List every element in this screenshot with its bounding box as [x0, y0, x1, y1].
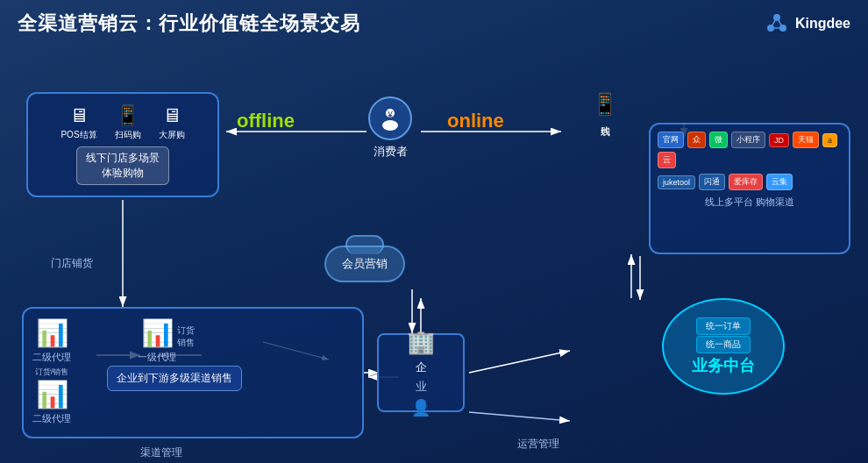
guanwang-badge: 官网 — [658, 132, 684, 148]
offline-store-label: 线下门店多场景体验购物 — [76, 146, 169, 185]
svg-line-21 — [469, 412, 570, 421]
agent-1st-label: 一级代理 — [138, 351, 176, 364]
person-icon: ¥ — [378, 106, 402, 131]
diagram: 🖥 POS结算 📱 扫码购 🖥 大屏购 线下门店多场景体验购物 门店铺货 off… — [0, 44, 868, 463]
extra-badge: 云 — [658, 152, 676, 168]
agent-2nd-label-left: 二级代理 — [32, 351, 71, 364]
shop-stock-label: 门店铺货 — [51, 256, 93, 271]
offline-label: offline — [237, 110, 295, 132]
online-label: online — [447, 110, 504, 132]
header: 全渠道营销云：行业价值链全场景交易 Kingdee — [0, 0, 868, 44]
offline-icons-row: 🖥 POS结算 📱 扫码购 🖥 大屏购 — [60, 104, 184, 141]
jd-badge: JD — [769, 133, 789, 147]
wechat-text-badge: 小程序 — [731, 132, 765, 148]
scan-label: 扫码购 — [115, 129, 141, 141]
online-box: 官网 众 微 小程序 JD 天猫 a 云 juketool 闪通 爱库存 云集 … — [649, 123, 850, 254]
cloud-member-node: 会员营销 — [324, 246, 405, 282]
order-sales-sub: 订货/销售 — [35, 367, 69, 378]
consumer-node: ¥ 消费者 — [368, 96, 412, 160]
agent-icon-center: 📊 — [141, 317, 174, 348]
ops-mgmt-label: 运营管理 — [517, 437, 559, 452]
agent-2nd-label-right: 二级代理 — [32, 412, 71, 425]
logo: Kingdee — [764, 11, 850, 37]
tmall-badge: 天猫 — [793, 132, 819, 148]
svg-point-26 — [382, 120, 398, 131]
agent-1st: 📊 一级代理 — [138, 317, 176, 364]
tooltip-enterprise: 企业到下游多级渠道销售 — [107, 366, 242, 391]
agent-2nd-left: 📊 二级代理 订货/销售 — [32, 317, 71, 378]
pos-label: POS结算 — [60, 129, 96, 141]
juketool-badge: juketool — [658, 175, 695, 189]
cloud-member-shape: 会员营销 — [324, 246, 405, 282]
business-platform-box: 统一订单 统一商品 业务中台 — [662, 298, 785, 395]
enterprise-label: 企 — [416, 360, 427, 375]
bigscreen-label: 大屏购 — [159, 129, 185, 141]
channel-box: 📊 二级代理 订货/销售 📊 一级代理 📊 二级代理 企业到下游多级渠道销售 订… — [22, 307, 364, 438]
bigscreen-icon-item: 🖥 大屏购 — [159, 104, 185, 141]
agent-icon-left: 📊 — [36, 317, 68, 348]
consumer-icon: ¥ — [368, 96, 412, 140]
logo-icon — [764, 11, 790, 37]
svg-text:¥: ¥ — [387, 110, 393, 120]
enterprise-box: 🏢 企 业 👤 — [377, 333, 465, 412]
unified-product-badge: 统一商品 — [696, 336, 751, 353]
business-title: 业务中台 — [692, 355, 755, 376]
wechat-badge: 微 — [709, 132, 728, 148]
mobile-xiangou: 📱 线购 — [592, 92, 618, 118]
platform-row-1: 官网 众 微 小程序 JD 天猫 a 云 — [658, 132, 842, 168]
pos-icon-item: 🖥 POS结算 — [60, 104, 96, 141]
online-platform-label: 线上多平台 购物渠道 — [658, 196, 842, 209]
order-label-top: 订货销售 — [177, 324, 195, 349]
page-title: 全渠道营销云：行业价值链全场景交易 — [18, 11, 360, 37]
scan-icon-item: 📱 扫码购 — [115, 104, 141, 141]
amazon-badge: a — [822, 133, 837, 147]
enterprise-sub-label: 业 — [416, 379, 427, 395]
juketool2-badge: 闪通 — [699, 174, 725, 190]
consumer-label: 消费者 — [374, 144, 408, 160]
zhongzhong-badge: 众 — [687, 132, 706, 148]
member-marketing-label: 会员营销 — [342, 257, 388, 270]
agent-2nd-right: 📊 二级代理 — [32, 379, 71, 425]
channel-mgmt-label: 渠道管理 — [140, 445, 182, 460]
agent-icon-right: 📊 — [36, 379, 68, 410]
yunji-badge: 云集 — [766, 174, 793, 190]
business-items: 统一订单 统一商品 — [696, 317, 751, 353]
offline-box: 🖥 POS结算 📱 扫码购 🖥 大屏购 线下门店多场景体验购物 — [26, 92, 219, 197]
unified-order-badge: 统一订单 — [696, 317, 751, 335]
logo-text: Kingdee — [795, 16, 850, 32]
aiku-badge: 爱库存 — [729, 174, 763, 190]
platform-row-2: juketool 闪通 爱库存 云集 — [658, 174, 842, 190]
svg-line-15 — [469, 351, 570, 373]
